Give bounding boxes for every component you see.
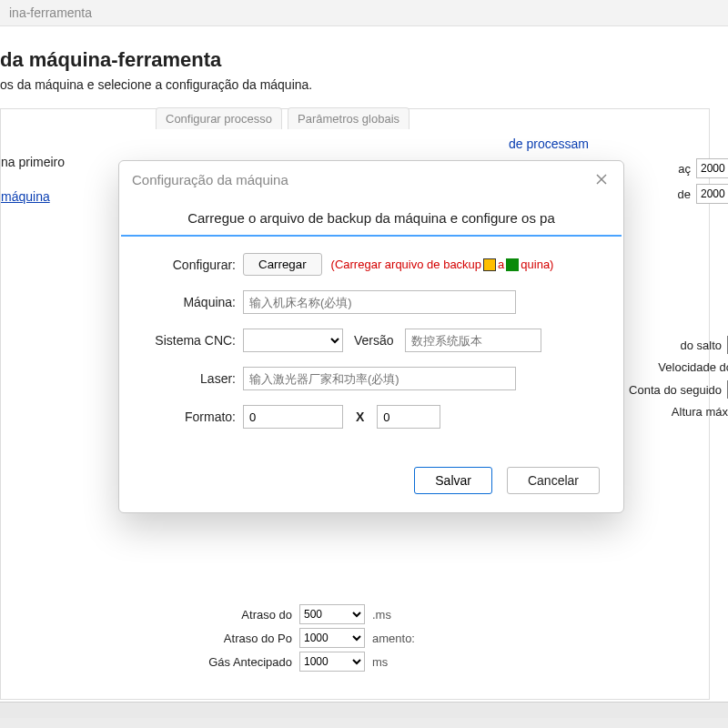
dialog-headline: Carregue o arquivo de backup da máquina … [121,194,622,237]
machine-label: Máquina: [143,295,243,309]
laser-label: Laser: [143,371,243,386]
gas-label: Gás Antecipado [165,655,292,669]
breadcrumb: ina-ferramenta [0,0,728,26]
cancel-button[interactable]: Cancelar [507,467,600,494]
gas-unit: ms [372,655,388,669]
tab-global[interactable]: Parâmetros globais [288,107,410,129]
laser-input[interactable] [243,367,516,390]
delay2-label: Atraso do Po [165,632,292,645]
config-label: Configurar: [143,258,243,272]
delay2-unit: amento: [372,632,415,645]
tab-process[interactable]: Configurar processo [156,107,282,129]
cnc-select[interactable] [243,329,343,352]
load-hint: (Carregar arquivo de backup a quina) [331,258,554,271]
format-separator: X [356,410,364,424]
right-row2-select[interactable]: 2000 [696,184,728,204]
backup-icon [483,258,496,271]
cnc-label: Sistema CNC: [143,333,243,348]
close-icon[interactable] [592,170,611,188]
machine-config-dialog: Configuração da máquina Carregue o arqui… [118,160,624,513]
delay1-unit: .ms [372,608,391,622]
footer-bar [0,702,728,718]
left-hint: na primeiro [1,155,110,169]
machine-link[interactable]: máquina [1,189,50,204]
save-button[interactable]: Salvar [414,467,492,494]
version-input[interactable] [405,329,541,352]
machine-input[interactable] [243,290,516,314]
delay2-select[interactable]: 1000 [299,628,365,648]
format-y-input[interactable] [377,405,440,429]
format-label: Formato: [143,410,243,424]
processing-section-title: de processam [509,136,728,151]
gas-select[interactable]: 1000 [299,652,365,672]
tabs: Configurar processo Parâmetros globais [156,107,410,129]
delay1-select[interactable]: 500 [299,604,365,624]
page-title: da máquina-ferramenta [0,48,710,72]
delay1-label: Atraso do [165,608,292,622]
load-button[interactable]: Carregar [243,253,322,276]
page-subtitle: os da máquina e selecione a configuração… [0,77,710,92]
dialog-form: Configurar: Carregar (Carregar arquivo d… [119,237,623,458]
right-row1-select[interactable]: 2000 [696,158,728,178]
download-icon [506,258,519,271]
version-label: Versão [354,333,394,348]
bottom-params: Atraso do 500 .ms Atraso do Po 1000 amen… [165,604,415,675]
dialog-title: Configuração da máquina [132,172,288,187]
format-x-input[interactable] [243,405,343,429]
left-panel: na primeiro máquina [1,155,110,204]
